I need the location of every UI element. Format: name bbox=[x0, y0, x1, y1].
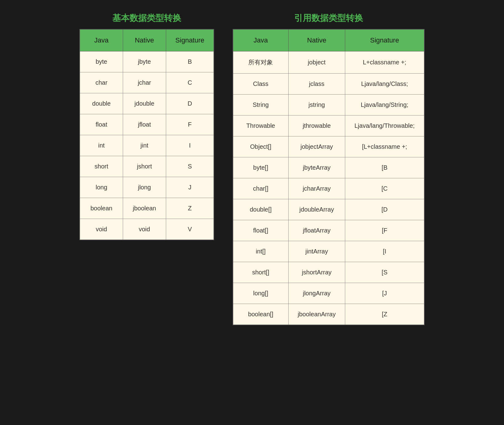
table-cell: [D bbox=[345, 199, 424, 220]
table-row: double[]jdoubleArray[D bbox=[233, 199, 424, 220]
ref-types-table: Java Native Signature 所有对象jobjectL+class… bbox=[233, 29, 425, 325]
table-cell: [J bbox=[345, 283, 424, 304]
table-cell: double[] bbox=[233, 199, 288, 220]
table-cell: boolean bbox=[80, 198, 123, 219]
table-cell: F bbox=[166, 114, 214, 135]
table-cell: [C bbox=[345, 178, 424, 199]
table-row: float[]jfloatArray[F bbox=[233, 220, 424, 241]
table-cell: long[] bbox=[233, 283, 288, 304]
table-row: ClassjclassLjava/lang/Class; bbox=[233, 74, 424, 95]
table-cell: double bbox=[80, 93, 123, 114]
table-cell: char bbox=[80, 72, 123, 93]
table-cell: jchar bbox=[123, 72, 166, 93]
basic-types-title: 基本数据类型转换 bbox=[112, 12, 181, 24]
ref-native-header: Native bbox=[288, 29, 345, 51]
table-row: int[]jintArray[I bbox=[233, 241, 424, 262]
table-row: short[]jshortArray[S bbox=[233, 262, 424, 283]
table-row: doublejdoubleD bbox=[80, 93, 214, 114]
table-cell: D bbox=[166, 93, 214, 114]
ref-signature-header: Signature bbox=[345, 29, 424, 51]
table-row: floatjfloatF bbox=[80, 114, 214, 135]
table-cell: Ljava/lang/String; bbox=[345, 95, 424, 115]
table-cell: jobjectArray bbox=[288, 136, 345, 157]
table-cell: jfloat bbox=[123, 114, 166, 135]
table-cell: [Z bbox=[345, 304, 424, 325]
table-row: char[]jcharArray[C bbox=[233, 178, 424, 199]
table-cell: boolean[] bbox=[233, 304, 288, 325]
table-cell: long bbox=[80, 177, 123, 198]
table-cell: void bbox=[123, 219, 166, 240]
table-row: voidvoidV bbox=[80, 219, 214, 240]
table-row: intjintI bbox=[80, 135, 214, 156]
basic-native-header: Native bbox=[123, 29, 166, 51]
table-cell: byte bbox=[80, 51, 123, 72]
table-cell: jshortArray bbox=[288, 262, 345, 283]
table-row: 所有对象jobjectL+classname +; bbox=[233, 51, 424, 74]
table-cell: jdoubleArray bbox=[288, 199, 345, 220]
table-cell: jfloatArray bbox=[288, 220, 345, 241]
table-cell: Ljava/lang/Class; bbox=[345, 74, 424, 95]
table-cell: jint bbox=[123, 135, 166, 156]
table-row: longjlongJ bbox=[80, 177, 214, 198]
table-row: bytejbyteB bbox=[80, 51, 214, 72]
table-cell: float[] bbox=[233, 220, 288, 241]
table-cell: Z bbox=[166, 198, 214, 219]
table-cell: Ljava/lang/Throwable; bbox=[345, 115, 424, 136]
table-cell: jstring bbox=[288, 95, 345, 115]
table-cell: jlong bbox=[123, 177, 166, 198]
table-row: ThrowablejthrowableLjava/lang/Throwable; bbox=[233, 115, 424, 136]
table-cell: String bbox=[233, 95, 288, 115]
table-row: booleanjbooleanZ bbox=[80, 198, 214, 219]
table-cell: I bbox=[166, 135, 214, 156]
table-cell: jlongArray bbox=[288, 283, 345, 304]
table-row: Object[]jobjectArray[L+classname +; bbox=[233, 136, 424, 157]
table-cell: short bbox=[80, 156, 123, 177]
table-cell: jbyteArray bbox=[288, 157, 345, 178]
table-row: boolean[]jbooleanArray[Z bbox=[233, 304, 424, 325]
table-cell: int bbox=[80, 135, 123, 156]
table-cell: char[] bbox=[233, 178, 288, 199]
table-cell: L+classname +; bbox=[345, 51, 424, 74]
table-cell: jintArray bbox=[288, 241, 345, 262]
table-cell: jthrowable bbox=[288, 115, 345, 136]
table-cell: jbooleanArray bbox=[288, 304, 345, 325]
ref-types-header-row: Java Native Signature bbox=[233, 29, 424, 51]
table-row: shortjshortS bbox=[80, 156, 214, 177]
table-cell: jbyte bbox=[123, 51, 166, 72]
table-cell: [F bbox=[345, 220, 424, 241]
table-cell: 所有对象 bbox=[233, 51, 288, 74]
page-container: 基本数据类型转换 Java Native Signature bytejbyte… bbox=[79, 12, 424, 325]
ref-types-title: 引用数据类型转换 bbox=[294, 12, 363, 24]
table-cell: jclass bbox=[288, 74, 345, 95]
table-cell: float bbox=[80, 114, 123, 135]
basic-java-header: Java bbox=[80, 29, 123, 51]
table-cell: jobject bbox=[288, 51, 345, 74]
table-cell: void bbox=[80, 219, 123, 240]
table-cell: jcharArray bbox=[288, 178, 345, 199]
table-cell: B bbox=[166, 51, 214, 72]
table-cell: C bbox=[166, 72, 214, 93]
table-cell: int[] bbox=[233, 241, 288, 262]
table-row: byte[]jbyteArray[B bbox=[233, 157, 424, 178]
table-row: charjcharC bbox=[80, 72, 214, 93]
table-row: long[]jlongArray[J bbox=[233, 283, 424, 304]
table-cell: V bbox=[166, 219, 214, 240]
basic-types-header-row: Java Native Signature bbox=[80, 29, 214, 51]
table-cell: jboolean bbox=[123, 198, 166, 219]
table-cell: [B bbox=[345, 157, 424, 178]
table-cell: Object[] bbox=[233, 136, 288, 157]
table-cell: [I bbox=[345, 241, 424, 262]
table-row: StringjstringLjava/lang/String; bbox=[233, 95, 424, 115]
table-cell: byte[] bbox=[233, 157, 288, 178]
table-cell: S bbox=[166, 156, 214, 177]
basic-signature-header: Signature bbox=[166, 29, 214, 51]
table-cell: [L+classname +; bbox=[345, 136, 424, 157]
table-cell: [S bbox=[345, 262, 424, 283]
table-cell: J bbox=[166, 177, 214, 198]
table-cell: short[] bbox=[233, 262, 288, 283]
table-cell: Class bbox=[233, 74, 288, 95]
table-cell: Throwable bbox=[233, 115, 288, 136]
basic-types-section: 基本数据类型转换 Java Native Signature bytejbyte… bbox=[79, 12, 214, 240]
ref-types-section: 引用数据类型转换 Java Native Signature 所有对象jobje… bbox=[233, 12, 425, 325]
basic-types-table: Java Native Signature bytejbyteBcharjcha… bbox=[79, 29, 214, 240]
